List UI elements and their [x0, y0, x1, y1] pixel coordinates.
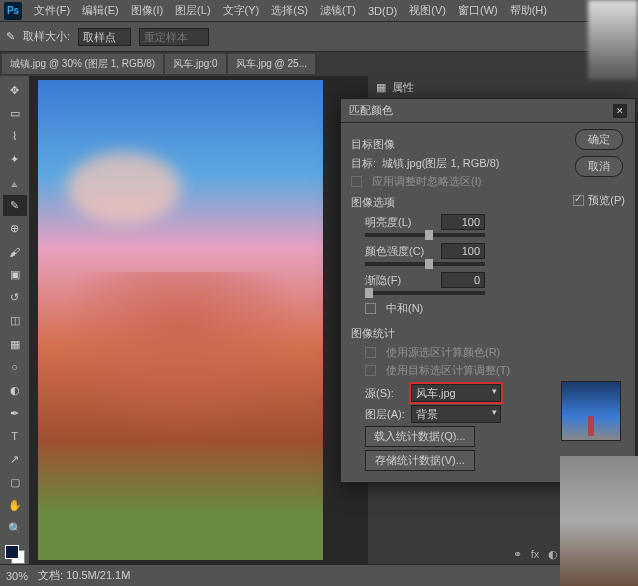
sample-size-label: 取样大小:	[23, 29, 70, 44]
use-src-sel-checkbox	[365, 347, 376, 358]
link-icon[interactable]: ⚭	[510, 547, 524, 561]
use-tgt-sel-label: 使用目标选区计算调整(T)	[386, 363, 510, 378]
path-tool-icon[interactable]: ↗	[3, 449, 27, 470]
properties-icon: ▦	[376, 81, 386, 94]
dialog-titlebar[interactable]: 匹配颜色 ✕	[341, 99, 635, 123]
layer-select[interactable]: 背景	[411, 405, 501, 423]
luminance-slider[interactable]	[365, 233, 485, 237]
decorative-blur	[588, 0, 638, 80]
app-logo: Ps	[4, 2, 22, 20]
save-stats-button[interactable]: 存储统计数据(V)...	[365, 450, 475, 471]
hand-tool-icon[interactable]: ✋	[3, 495, 27, 516]
menu-edit[interactable]: 编辑(E)	[76, 3, 125, 18]
fg-color-icon[interactable]	[5, 545, 19, 559]
preview-checkbox[interactable]	[573, 195, 584, 206]
luminance-value[interactable]: 100	[441, 214, 485, 230]
zoom-level[interactable]: 30%	[6, 570, 28, 582]
use-tgt-sel-checkbox	[365, 365, 376, 376]
fade-value[interactable]: 0	[441, 272, 485, 288]
stamp-tool-icon[interactable]: ▣	[3, 264, 27, 285]
menu-window[interactable]: 窗口(W)	[452, 3, 504, 18]
dialog-title-text: 匹配颜色	[349, 103, 393, 118]
type-tool-icon[interactable]: T	[3, 426, 27, 447]
color-intensity-value[interactable]: 100	[441, 243, 485, 259]
zoom-tool-icon[interactable]: 🔍	[3, 518, 27, 539]
menu-filter[interactable]: 滤镜(T)	[314, 3, 362, 18]
healing-tool-icon[interactable]: ⊕	[3, 218, 27, 239]
close-icon[interactable]: ✕	[613, 104, 627, 118]
load-stats-button[interactable]: 载入统计数据(Q)...	[365, 426, 475, 447]
doc-size: 文档: 10.5M/21.1M	[38, 568, 130, 583]
menu-file[interactable]: 文件(F)	[28, 3, 76, 18]
blur-tool-icon[interactable]: ○	[3, 357, 27, 378]
fade-label: 渐隐(F)	[365, 273, 435, 288]
menu-view[interactable]: 视图(V)	[403, 3, 452, 18]
fade-slider[interactable]	[365, 291, 485, 295]
menu-layer[interactable]: 图层(L)	[169, 3, 216, 18]
canvas-image[interactable]	[38, 80, 323, 560]
menu-image[interactable]: 图像(I)	[125, 3, 169, 18]
brush-tool-icon[interactable]: 🖌	[3, 241, 27, 262]
menubar: Ps 文件(F) 编辑(E) 图像(I) 图层(L) 文字(Y) 选择(S) 滤…	[0, 0, 638, 22]
eyedropper-tool-icon[interactable]: ✎	[3, 195, 27, 216]
preview-label: 预览(P)	[588, 193, 625, 208]
resample-input[interactable]	[139, 28, 209, 46]
layer-label: 图层(A):	[365, 407, 405, 422]
toolbox: ✥ ▭ ⌇ ✦ ⟁ ✎ ⊕ 🖌 ▣ ↺ ◫ ▦ ○ ◐ ✒ T ↗ ▢ ✋ 🔍	[0, 76, 30, 564]
source-select[interactable]: 风车.jpg	[411, 384, 501, 402]
marquee-tool-icon[interactable]: ▭	[3, 103, 27, 124]
neutralize-checkbox[interactable]	[365, 303, 376, 314]
match-color-dialog: 匹配颜色 ✕ 确定 取消 预览(P) 目标图像 目标: 城镇.jpg(图层 1,…	[340, 98, 636, 483]
tab-document-1[interactable]: 城镇.jpg @ 30% (图层 1, RGB/8)	[2, 54, 163, 74]
mask-icon[interactable]: ◐	[546, 547, 560, 561]
menu-type[interactable]: 文字(Y)	[217, 3, 266, 18]
menu-3d[interactable]: 3D(D)	[362, 5, 403, 17]
target-value: 城镇.jpg(图层 1, RGB/8)	[382, 156, 499, 171]
source-thumbnail	[561, 381, 621, 441]
eraser-tool-icon[interactable]: ◫	[3, 310, 27, 331]
history-brush-icon[interactable]: ↺	[3, 287, 27, 308]
color-intensity-slider[interactable]	[365, 262, 485, 266]
pen-tool-icon[interactable]: ✒	[3, 403, 27, 424]
use-src-sel-label: 使用源选区计算颜色(R)	[386, 345, 500, 360]
eyedropper-icon[interactable]: ✎	[6, 30, 15, 43]
canvas-area	[30, 76, 368, 564]
ignore-selection-checkbox	[351, 176, 362, 187]
ok-button[interactable]: 确定	[575, 129, 623, 150]
color-swatch[interactable]	[5, 545, 25, 564]
dodge-tool-icon[interactable]: ◐	[3, 380, 27, 401]
crop-tool-icon[interactable]: ⟁	[3, 172, 27, 193]
options-bar: ✎ 取样大小: 取样点	[0, 22, 638, 52]
secondary-image-preview	[560, 456, 638, 586]
menu-select[interactable]: 选择(S)	[265, 3, 314, 18]
source-label: 源(S):	[365, 386, 405, 401]
wand-tool-icon[interactable]: ✦	[3, 149, 27, 170]
sample-size-select[interactable]: 取样点	[78, 28, 131, 46]
document-tabs: 城镇.jpg @ 30% (图层 1, RGB/8) 风车.jpg:0 风车.j…	[0, 52, 638, 76]
color-intensity-label: 颜色强度(C)	[365, 244, 435, 259]
image-stats-label: 图像统计	[351, 326, 625, 341]
gradient-tool-icon[interactable]: ▦	[3, 334, 27, 355]
ignore-selection-label: 应用调整时忽略选区(I)	[372, 174, 481, 189]
move-tool-icon[interactable]: ✥	[3, 80, 27, 101]
properties-title: 属性	[392, 80, 414, 95]
status-bar: 30% 文档: 10.5M/21.1M	[0, 564, 638, 586]
target-label: 目标:	[351, 156, 376, 171]
fx-icon[interactable]: fx	[528, 547, 542, 561]
menu-help[interactable]: 帮助(H)	[504, 3, 553, 18]
neutralize-label: 中和(N)	[386, 301, 423, 316]
lasso-tool-icon[interactable]: ⌇	[3, 126, 27, 147]
luminance-label: 明亮度(L)	[365, 215, 435, 230]
tab-document-3[interactable]: 风车.jpg @ 25...	[228, 54, 315, 74]
tab-document-2[interactable]: 风车.jpg:0	[165, 54, 225, 74]
shape-tool-icon[interactable]: ▢	[3, 472, 27, 493]
